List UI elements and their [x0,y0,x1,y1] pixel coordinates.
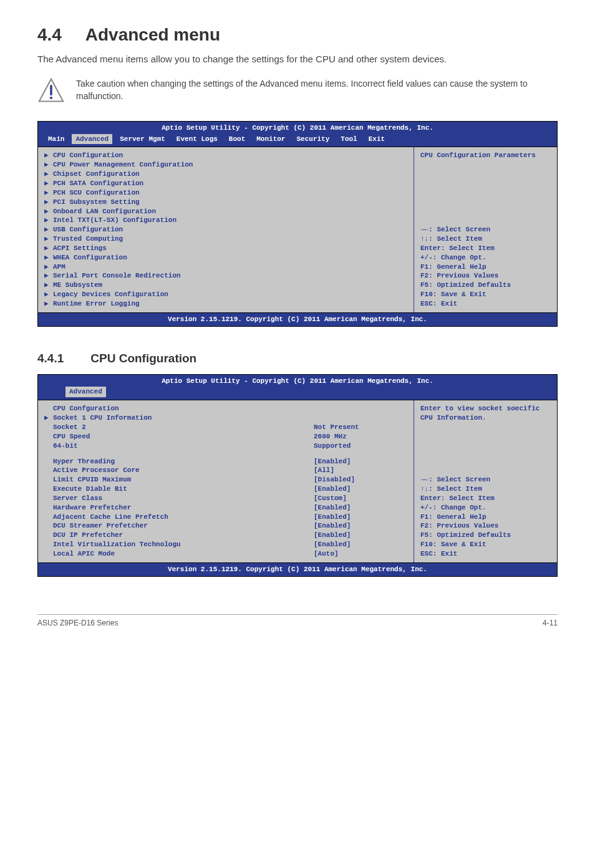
bios1-tab-advanced[interactable]: Advanced [72,134,112,145]
caution-note: Take caution when changing the settings … [37,77,558,107]
bios1-item[interactable]: ▶Onboard LAN Configuration [44,207,407,216]
bios2-help-top: Enter to view socket soecific CPU Inform… [420,404,551,423]
info-value: Supported [314,441,407,451]
bios1-item[interactable]: ▶CPU Configuration [44,151,407,160]
bios1-item[interactable]: ▶Trusted Computing [44,234,407,244]
bios1-item[interactable]: ▶PCI Subsystem Setting [44,198,407,207]
bios2-option-row[interactable]: Active Processor Core[All] [44,466,407,475]
bios1-item-label: Legacy Devices Configuration [53,290,407,299]
triangle-icon: ▶ [44,299,53,309]
option-label: Execute Diable Bit [53,485,314,494]
bios2-title: CPU Confguration [53,404,407,413]
bios1-tab-main[interactable]: Main [44,134,68,145]
bios2-option-row[interactable]: Adjacent Cache Line Prefetch[Enabled] [44,513,407,522]
bios2-option-row[interactable]: DCU IP Prefetcher[Enabled] [44,531,407,540]
bios2-option-row[interactable]: Hyper Threading[Enabled] [44,457,407,466]
bios1-header: Aptio Setup Utility - Copyright (C) 2011… [38,122,557,133]
heading-text: Advanced menu [85,25,220,44]
bios1-item[interactable]: ▶PCH SATA Configuration [44,179,407,188]
bios1-item-label: Chipset Configuration [53,170,407,179]
help-line: Enter: Select Item [420,494,551,503]
option-label: DCU Streamer Prefetcher [53,521,314,531]
footer-right: 4-11 [543,619,558,627]
bios1-menu-bar: MainAdvancedServer MgmtEvent LogsBootMon… [38,133,557,147]
subsection-title: CPU Configuration [90,352,196,365]
help-line: +/-: Change Opt. [420,253,551,263]
bios2-option-row[interactable]: Intel Virtualization Technologu[Enabled] [44,540,407,549]
bios1-tab-security[interactable]: Security [293,134,333,145]
bios1-item[interactable]: ▶USB Configuration [44,225,407,234]
bios1-item-label: PCH SCU Configuration [53,188,407,198]
bios1-tab-monitor[interactable]: Monitor [253,134,289,145]
page-heading: 4.4 Advanced menu [37,25,558,45]
bios1-tab-server-mgmt[interactable]: Server Mgmt [116,134,169,145]
help-line: ESC: Exit [420,299,551,309]
bios1-item[interactable]: ▶Intel TXT(LT-SX) Configuration [44,216,407,225]
bios1-tab-exit[interactable]: Exit [365,134,389,145]
option-value: [Enabled] [314,485,407,494]
triangle-icon: ▶ [44,216,53,225]
bios1-item-label: ME Subsystem [53,281,407,290]
help-line: F2: Previous Values [420,271,551,281]
option-label: Intel Virtualization Technologu [53,540,314,549]
info-label: 64-bit [53,441,314,451]
option-label: Hardware Prefetcher [53,503,314,513]
option-label: Server Class [53,494,314,503]
bios1-item[interactable]: ▶Legacy Devices Configuration [44,290,407,299]
option-value: [Enabled] [314,521,407,531]
bios2-option-row[interactable]: Limit CPUID Maximum[Disabled] [44,475,407,485]
bios1-item-label: Serial Port Console Redirection [53,271,407,281]
bios2-left-pane: CPU Confguration ▶ Socket 1 CPU Informat… [38,400,414,562]
info-value: Not Present [314,423,407,432]
help-line: F10: Save & Exit [420,540,551,549]
bios1-tab-tool[interactable]: Tool [337,134,360,145]
bios1-tab-event-logs[interactable]: Event Logs [173,134,221,145]
triangle-icon: ▶ [44,281,53,290]
bios2-option-row[interactable]: Hardware Prefetcher[Enabled] [44,503,407,513]
bios2-option-row[interactable]: DCU Streamer Prefetcher[Enabled] [44,521,407,531]
bios1-item[interactable]: ▶WHEA Configuration [44,253,407,263]
help-line: F1: General Help [420,513,551,522]
bios1-item-label: Trusted Computing [53,234,407,244]
bios1-item[interactable]: ▶Runtime Error Logging [44,299,407,309]
bios1-item[interactable]: ▶ACPI Settings [44,244,407,253]
triangle-icon: ▶ [44,170,53,179]
help-line: ↑↓: Select Item [420,485,551,494]
bios1-item[interactable]: ▶APM [44,263,407,272]
bios2-tab-advanced[interactable]: Advanced [65,387,106,397]
info-label: Socket 2 [53,423,314,432]
help-line: →←: Select Screen [420,225,551,234]
subsection-heading: 4.4.1 CPU Configuration [37,352,558,365]
bios1-item[interactable]: ▶Serial Port Console Redirection [44,271,407,281]
bios1-item[interactable]: ▶CPU Power Management Configuration [44,160,407,170]
heading-number: 4.4 [37,25,81,45]
bios2-option-row[interactable]: Local APIC Mode[Auto] [44,549,407,559]
option-label: Limit CPUID Maximum [53,475,314,485]
bios2-option-row[interactable]: Server Class[Custom] [44,494,407,503]
bios2-menu-bar: Advanced [38,385,557,400]
bios1-item[interactable]: ▶ME Subsystem [44,281,407,290]
info-value: 2600 MHz [314,432,407,441]
option-label: Adjacent Cache Line Prefetch [53,513,314,522]
bios1-item-label: Onboard LAN Configuration [53,207,407,216]
triangle-icon: ▶ [44,263,53,272]
help-line: F10: Save & Exit [420,290,551,299]
bios1-tab-boot[interactable]: Boot [225,134,249,145]
bios2-option-row[interactable]: Execute Diable Bit[Enabled] [44,485,407,494]
bios1-item-label: PCI Subsystem Setting [53,198,407,207]
triangle-icon: ▶ [44,253,53,263]
help-line: →←: Select Screen [420,475,551,485]
bios1-item[interactable]: ▶PCH SCU Configuration [44,188,407,198]
help-line: ↑↓: Select Item [420,234,551,244]
socket1-info-item[interactable]: Socket 1 CPU Information [53,413,407,423]
bios1-footer: Version 2.15.1219. Copyright (C) 2011 Am… [38,312,557,326]
option-label: DCU IP Prefetcher [53,531,314,540]
bios1-item-label: ACPI Settings [53,244,407,253]
page-footer: ASUS Z9PE-D16 Series 4-11 [37,614,558,627]
option-value: [Custom] [314,494,407,503]
option-label: Local APIC Mode [53,549,314,559]
triangle-icon: ▶ [44,188,53,198]
triangle-icon: ▶ [44,179,53,188]
option-value: [Disabled] [314,475,407,485]
bios1-item[interactable]: ▶Chipset Configuration [44,170,407,179]
